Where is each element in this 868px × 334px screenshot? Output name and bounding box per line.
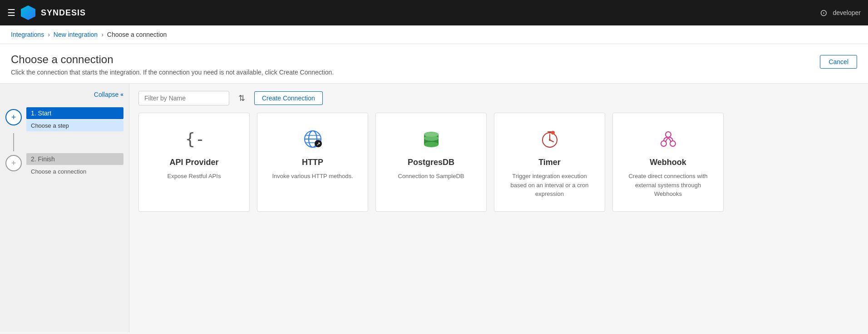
integration-flow: + 1. Start Choose a step + 2. Fin [0,102,129,183]
api-provider-icon: {-} [184,128,204,150]
step-start-labels: 1. Start Choose a step [26,107,123,131]
filter-input[interactable] [138,91,229,105]
step-start-label[interactable]: 1. Start [26,107,123,119]
step-finish-node: + 2. Finish Choose a connection [0,151,129,179]
connector-line-wrapper [5,133,22,151]
connection-card-postgresdb[interactable]: PostgresDB Connection to SampleDB [375,113,487,212]
step-start-sublabel[interactable]: Choose a step [26,120,123,131]
navbar: ☰ SYNDESIS ⊙ developer [0,0,868,25]
http-title: HTTP [302,158,323,167]
breadcrumb-sep-2: › [101,31,104,38]
svg-text:{-}: {-} [185,130,204,148]
svg-point-22 [666,132,671,137]
brand-name: SYNDESIS [41,8,86,18]
webhook-description: Create direct connections with external … [622,172,714,199]
connection-card-api-provider[interactable]: {-} API Provider Expose Restful APIs [138,113,250,212]
finish-node-circle: + [5,155,22,171]
timer-icon [540,128,560,150]
api-provider-description: Expose Restful APIs [168,172,221,181]
step-finish-labels: 2. Finish Choose a connection [26,153,123,177]
postgresdb-title: PostgresDB [408,158,454,167]
connection-card-webhook[interactable]: Webhook Create direct connections with e… [612,113,724,212]
page-subtitle: Click the connection that starts the int… [11,69,334,76]
breadcrumb-integrations-link[interactable]: Integrations [11,31,44,38]
svg-point-10 [424,142,439,147]
start-plus-icon: + [11,113,16,122]
step-connector [0,133,129,151]
help-icon[interactable]: ⊙ [820,7,828,18]
collapse-label: Collapse [94,91,118,98]
webhook-title: Webhook [650,158,686,167]
collapse-chevron-icon: « [120,91,123,98]
postgresdb-icon [421,128,441,150]
breadcrumb: Integrations › New integration › Choose … [0,25,868,44]
hamburger-icon[interactable]: ☰ [7,7,15,18]
user-name: developer [833,9,861,16]
svg-point-19 [551,131,555,135]
postgresdb-description: Connection to SampleDB [398,172,464,181]
svg-text:↗: ↗ [316,141,320,146]
page-title: Choose a connection [11,53,334,66]
connection-card-timer[interactable]: Timer Trigger integration execution base… [494,113,605,212]
main-content: Collapse « + 1. Start Choose a step [0,84,868,332]
http-icon: ↗ [303,128,323,150]
create-connection-button[interactable]: Create Connection [254,91,323,105]
connection-panel: ⇅ Create Connection {-} API Provider Exp… [129,84,868,332]
finish-plus-icon: + [11,159,16,168]
breadcrumb-sep-1: › [48,31,50,38]
syndesis-logo-icon [21,5,35,20]
collapse-button[interactable]: Collapse « [0,87,129,102]
connector-line [13,133,14,151]
start-node-circle: + [5,109,22,125]
step-finish-sublabel[interactable]: Choose a connection [26,166,123,177]
cards-grid: {-} API Provider Expose Restful APIs ↗ H… [129,113,868,221]
http-description: Invoke various HTTP methods. [272,172,353,181]
svg-point-16 [549,139,551,141]
sort-button[interactable]: ⇅ [235,91,249,105]
sidebar: Collapse « + 1. Start Choose a step [0,84,129,332]
timer-description: Trigger integration execution based on a… [503,172,596,199]
breadcrumb-new-integration-link[interactable]: New integration [54,31,98,38]
panel-toolbar: ⇅ Create Connection [129,84,868,113]
step-finish-label[interactable]: 2. Finish [26,153,123,165]
breadcrumb-current: Choose a connection [107,31,167,38]
timer-title: Timer [538,158,561,167]
webhook-icon [658,128,678,150]
connection-card-http[interactable]: ↗ HTTP Invoke various HTTP methods. [257,113,368,212]
api-provider-title: API Provider [169,158,218,167]
step-start-node: + 1. Start Choose a step [0,105,129,133]
svg-point-12 [424,132,439,137]
page-header: Choose a connection Click the connection… [0,44,868,84]
cancel-button[interactable]: Cancel [820,55,857,69]
